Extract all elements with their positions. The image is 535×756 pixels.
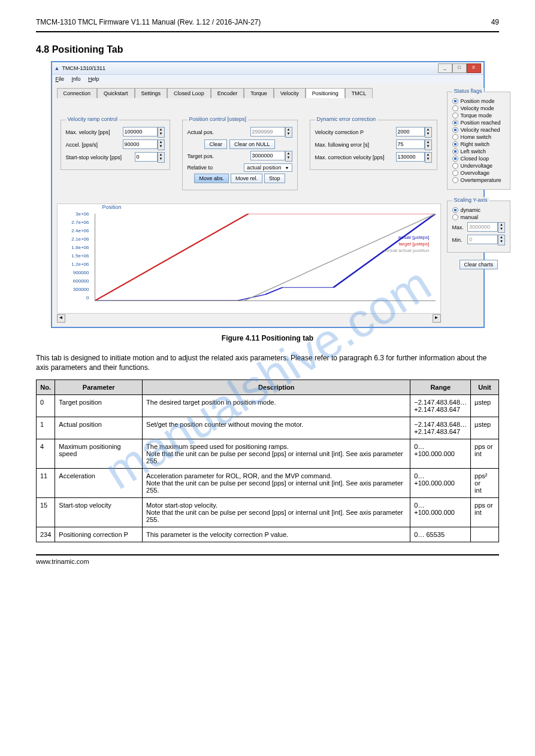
tab-tmcl[interactable]: TMCL (345, 88, 373, 98)
scroll-left-icon[interactable]: ◄ (57, 314, 65, 323)
max-follow-input[interactable]: 75 (396, 139, 425, 149)
window-title: TMCM-1310/1311 (62, 65, 105, 71)
startstop-spinner[interactable]: ▲▼ (158, 152, 165, 163)
scaling-legend: Scaling Y-axis (452, 197, 489, 203)
table-row: 11AccelerationAcceleration parameter for… (37, 469, 499, 498)
status-flag-undervoltage: Undervoltage (452, 163, 506, 169)
scaling-min-input: 0 (467, 235, 498, 244)
footer: www.trinamic.com (36, 554, 499, 565)
minimize-button[interactable]: _ (438, 63, 452, 73)
target-pos-spinner[interactable]: ▲▼ (285, 151, 292, 162)
table-row: 0Target positionThe desired target posit… (37, 395, 499, 417)
status-flag-right-switch: Right switch (452, 141, 506, 147)
table-row: 15Start-stop velocityMotor start-stop ve… (37, 498, 499, 527)
clear-button[interactable]: Clear (204, 139, 227, 149)
velocity-ramp-legend: Velocity ramp control (66, 116, 120, 122)
vel-corr-spinner[interactable]: ▲▼ (425, 127, 432, 138)
dynamic-error-legend: Dynamic error correction (315, 116, 378, 122)
chart-plot (95, 214, 436, 301)
chart-ylabels: 3e+06 2.7e+06 2.4e+06 2.1e+06 1.8e+06 1.… (62, 210, 89, 302)
tab-positioning[interactable]: Positioning (306, 88, 345, 98)
position-control-group: Position control [usteps] Actual pos. 29… (182, 120, 298, 190)
status-flag-overtemperature: Overtemperature (452, 177, 506, 183)
app-icon: ▲ (55, 65, 60, 71)
accel-input[interactable]: 90000 (123, 139, 158, 149)
vel-corr-input[interactable]: 2000 (396, 127, 425, 136)
chart-title: Position (102, 204, 122, 210)
scaling-manual-radio[interactable]: manual (452, 214, 506, 220)
menu-info[interactable]: Info (72, 76, 81, 82)
maximize-button[interactable]: □ (452, 63, 467, 73)
max-velocity-spinner[interactable]: ▲▼ (158, 127, 165, 138)
th-desc: Description (143, 380, 410, 395)
max-follow-spinner[interactable]: ▲▼ (425, 139, 432, 150)
move-rel-button[interactable]: Move rel. (231, 174, 262, 183)
startstop-label: Start-stop velocity [pps] (66, 154, 122, 160)
stop-button[interactable]: Stop (264, 174, 285, 183)
status-flag-closed-loop: Closed loop (452, 156, 506, 162)
right-panels: Status flags Position modeVelocity modeT… (447, 88, 511, 322)
scroll-right-icon[interactable]: ► (433, 314, 441, 323)
accel-spinner[interactable]: ▲▼ (158, 139, 165, 150)
max-corr-vel-label: Max. correction velocity [pps] (315, 154, 385, 160)
vel-corr-label: Velocity correction P (315, 129, 364, 135)
status-flag-left-switch: Left switch (452, 148, 506, 154)
table-row: 4Maximum positioning speedThe maximum sp… (37, 439, 499, 469)
tab-settings[interactable]: Settings (135, 88, 168, 98)
target-pos-label: Target pos. (188, 153, 214, 159)
actual-pos-input: 2999999 (250, 127, 285, 136)
actual-pos-label: Actual pos. (188, 129, 214, 135)
app-window: ▲ TMCM-1310/1311 _ □ X File Info Help Co… (51, 61, 485, 328)
close-button[interactable]: X (467, 63, 481, 73)
chart: Position 3e+06 2.7e+06 2.4e+06 2.1e+06 1… (57, 204, 441, 314)
intro-text: This tab is designed to initiate motion … (36, 353, 499, 372)
th-range: Range (410, 380, 471, 395)
scaling-dynamic-radio[interactable]: dynamic (452, 207, 506, 213)
th-param: Parameter (55, 380, 143, 395)
scaling-max-input: 3000000 (467, 222, 498, 232)
tab-encoder[interactable]: Encoder (211, 88, 244, 98)
tab-connection[interactable]: Connection (57, 88, 98, 98)
th-unit: Unit (471, 380, 499, 395)
scaling-max-label: Max. (452, 224, 464, 230)
accel-label: Accel. [pps/s] (66, 142, 98, 148)
status-flag-position-reached: Position reached (452, 120, 506, 126)
tab-closedloop[interactable]: Closed Loop (167, 88, 211, 98)
target-pos-input[interactable]: 3000000 (250, 151, 285, 160)
clear-charts-button[interactable]: Clear charts (460, 260, 498, 269)
max-velocity-input[interactable]: 100000 (123, 127, 158, 136)
status-flag-torque-mode: Torque mode (452, 113, 506, 119)
chart-legend: actual [µsteps] target [µsteps] virtual … (385, 234, 430, 254)
tab-torque[interactable]: Torque (244, 88, 274, 98)
status-flags-group: Status flags Position modeVelocity modeT… (447, 92, 511, 190)
max-corr-vel-input[interactable]: 130000 (396, 152, 425, 162)
table-row: 234Positioning correction PThis paramete… (37, 527, 499, 542)
tab-velocity[interactable]: Velocity (274, 88, 306, 98)
menubar: File Info Help (52, 75, 483, 83)
tab-quickstart[interactable]: Quickstart (97, 88, 135, 98)
header-left: TMCM-1310 TMCL Firmware V1.11 Manual (Re… (36, 18, 261, 26)
velocity-ramp-group: Velocity ramp control Max. velocity [pps… (61, 120, 170, 170)
status-flag-velocity-reached: Velocity reached (452, 127, 506, 133)
scaling-max-spinner: ▲▼ (498, 222, 505, 233)
max-corr-vel-spinner[interactable]: ▲▼ (425, 152, 432, 163)
chart-scrollbar[interactable]: ◄ ► (57, 315, 441, 322)
status-flags-legend: Status flags (452, 88, 484, 94)
startstop-input[interactable]: 0 (135, 152, 158, 162)
th-no: No. (37, 380, 55, 395)
dynamic-error-group: Dynamic error correction Velocity correc… (310, 120, 437, 170)
tab-bar: Connection Quickstart Settings Closed Lo… (57, 88, 441, 98)
menu-file[interactable]: File (56, 76, 65, 82)
relative-to-select[interactable]: actual position (244, 163, 292, 172)
scaling-group: Scaling Y-axis dynamic manual Max. 30000… (447, 201, 511, 253)
move-abs-button[interactable]: Move abs. (194, 174, 229, 183)
status-flag-home-switch: Home switch (452, 134, 506, 140)
menu-help[interactable]: Help (88, 76, 99, 82)
scaling-min-spinner: ▲▼ (498, 235, 505, 245)
header-right: 49 (491, 18, 499, 26)
actual-pos-spinner: ▲▼ (285, 127, 292, 138)
position-control-legend: Position control [usteps] (188, 116, 249, 122)
status-flag-velocity-mode: Velocity mode (452, 105, 506, 111)
clear-on-null-button[interactable]: Clear on NULL (229, 139, 275, 149)
max-follow-label: Max. following error [s] (315, 142, 370, 148)
